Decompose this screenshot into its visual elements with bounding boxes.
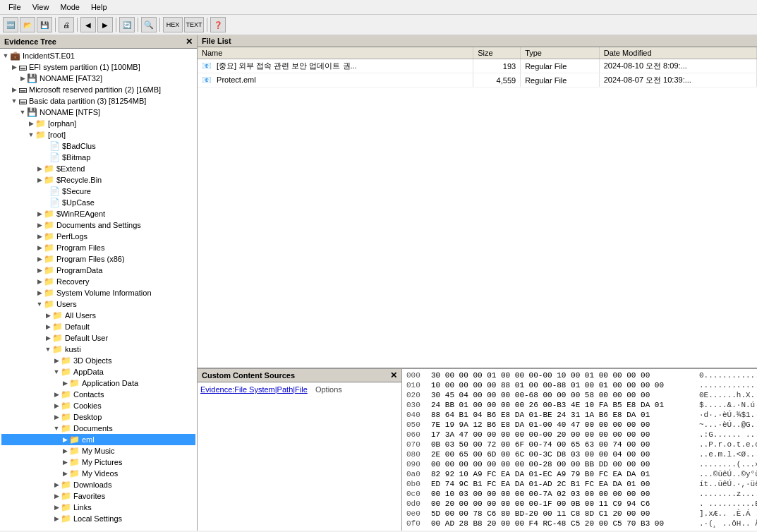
toggle-contacts[interactable]: ▶ xyxy=(52,391,61,398)
menu-help[interactable]: Help xyxy=(85,1,113,13)
tree-node-extend[interactable]: ▶ 📁 $Extend xyxy=(1,163,195,174)
toggle-ms-reserved[interactable]: ▶ xyxy=(10,86,18,93)
evidence-tree-close[interactable]: ✕ xyxy=(186,37,193,47)
toolbar-forward-btn[interactable]: ▶ xyxy=(97,17,113,32)
tree-node-links[interactable]: ▶ 📁 Links xyxy=(1,502,195,513)
toggle-appdata[interactable]: ▼ xyxy=(52,368,61,375)
toggle-efi[interactable]: ▶ xyxy=(10,64,18,71)
toggle-noname-fat[interactable]: ▶ xyxy=(18,75,27,82)
tree-node-noname-ntfs[interactable]: ▼ 💾 NONAME [NTFS] xyxy=(1,107,195,118)
tree-node-desktop[interactable]: ▶ 📁 Desktop xyxy=(1,411,195,423)
tree-node-secure[interactable]: ▶ 📄 $Secure xyxy=(1,186,195,197)
tree-node-documents[interactable]: ▼ 📁 Documents xyxy=(1,423,195,434)
toggle-default[interactable]: ▶ xyxy=(44,323,52,330)
menu-view[interactable]: View xyxy=(27,1,55,13)
custom-sources-link[interactable]: Evidence:File System|Path|File xyxy=(200,385,308,394)
tree-node-svi[interactable]: ▶ 📁 System Volume Information xyxy=(1,287,195,298)
toggle-winreagent[interactable]: ▶ xyxy=(35,210,44,217)
tree-node-users[interactable]: ▼ 📁 Users xyxy=(1,298,195,310)
toolbar-new-btn[interactable]: 🆕 xyxy=(3,17,18,32)
col-date[interactable]: Date Modified xyxy=(599,47,756,59)
tree-node-program-files[interactable]: ▶ 📁 Program Files xyxy=(1,242,195,253)
toolbar-text-btn[interactable]: TEXT xyxy=(184,17,204,32)
tree-node-cookies[interactable]: ▶ 📁 Cookies xyxy=(1,400,195,411)
tree-node-orphan[interactable]: ▶ 📁 [orphan] xyxy=(1,118,195,129)
col-size[interactable]: Size xyxy=(473,47,521,59)
toolbar-back-btn[interactable]: ◀ xyxy=(80,17,96,32)
tree-node-default-user[interactable]: ▶ 📁 Default User xyxy=(1,332,195,344)
tree-node-winreagent[interactable]: ▶ 📁 $WinREAgent xyxy=(1,208,195,219)
toggle-recycle[interactable]: ▶ xyxy=(35,176,44,183)
toggle-desktop[interactable]: ▶ xyxy=(52,413,61,421)
toggle-cookies[interactable]: ▶ xyxy=(52,402,61,409)
tree-node-basic-data[interactable]: ▼ 🖴 Basic data partition (3) [81254MB] xyxy=(1,95,195,107)
custom-sources-close[interactable]: ✕ xyxy=(390,370,397,380)
toggle-downloads[interactable]: ▶ xyxy=(52,481,61,488)
tree-node-ms-reserved[interactable]: ▶ 🖴 Microsoft reserved partition (2) [16… xyxy=(1,84,195,95)
tree-node-noname-fat[interactable]: ▶ 💾 NONAME [FAT32] xyxy=(1,73,195,84)
tree-node-favorites[interactable]: ▶ 📁 Favorites xyxy=(1,490,195,502)
tree-node-upcase[interactable]: ▶ 📄 $UpCase xyxy=(1,197,195,208)
toggle-eml[interactable]: ▶ xyxy=(61,436,69,443)
toggle-svi[interactable]: ▶ xyxy=(35,289,44,296)
toggle-my-pictures[interactable]: ▶ xyxy=(61,459,69,466)
tree-node-kusti[interactable]: ▼ 📁 kusti xyxy=(1,344,195,355)
toggle-recovery[interactable]: ▶ xyxy=(35,278,44,285)
toggle-noname-ntfs[interactable]: ▼ xyxy=(18,109,27,116)
tree-node-local-settings[interactable]: ▶ 📁 Local Settings xyxy=(1,513,195,524)
toggle-3d-objects[interactable]: ▶ xyxy=(52,357,61,364)
tree-node-recycle[interactable]: ▶ 📁 $Recycle.Bin xyxy=(1,174,195,186)
toggle-default-user[interactable]: ▶ xyxy=(44,334,52,341)
toolbar-print-btn[interactable]: 🖨 xyxy=(59,17,74,32)
tree-node-program-files-x86[interactable]: ▶ 📁 Program Files (x86) xyxy=(1,253,195,265)
menu-file[interactable]: File xyxy=(3,1,27,13)
toggle-extend[interactable]: ▶ xyxy=(35,165,44,172)
custom-sources-options[interactable]: Options xyxy=(315,385,342,394)
toggle-program-files-x86[interactable]: ▶ xyxy=(35,255,44,262)
toggle-my-music[interactable]: ▶ xyxy=(61,447,69,454)
tree-node-my-music[interactable]: ▶ 📁 My Music xyxy=(1,445,195,457)
tree-node-contacts[interactable]: ▶ 📁 Contacts xyxy=(1,389,195,400)
toggle-application-data[interactable]: ▶ xyxy=(61,380,69,387)
toolbar-open-btn[interactable]: 📂 xyxy=(20,17,35,32)
tree-node-downloads[interactable]: ▶ 📁 Downloads xyxy=(1,479,195,490)
toggle-docs-settings[interactable]: ▶ xyxy=(35,222,44,229)
toggle-perflogs[interactable]: ▶ xyxy=(35,233,44,240)
tree-node-recovery[interactable]: ▶ 📁 Recovery xyxy=(1,276,195,287)
toolbar-save-btn[interactable]: 💾 xyxy=(37,17,52,32)
tree-node-my-videos[interactable]: ▶ 📁 My Videos xyxy=(1,468,195,479)
tree-node-all-users[interactable]: ▶ 📁 All Users xyxy=(1,310,195,321)
tree-node-perflogs[interactable]: ▶ 📁 PerfLogs xyxy=(1,231,195,242)
toggle-users[interactable]: ▼ xyxy=(35,301,44,308)
tree-node-badclus[interactable]: ▶ 📄 $BadClus xyxy=(1,140,195,152)
toggle-kusti[interactable]: ▼ xyxy=(44,346,52,353)
toggle-favorites[interactable]: ▶ xyxy=(52,492,61,500)
tree-node-programdata[interactable]: ▶ 📁 ProgramData xyxy=(1,265,195,276)
tree-node-eml[interactable]: ▶ 📁 eml xyxy=(1,434,195,445)
file-row-0[interactable]: 📧 [중요] 외부 접속 관련 보안 업데이트 권... 193 Regular… xyxy=(198,59,757,73)
tree-node-docs-settings[interactable]: ▶ 📁 Documents and Settings xyxy=(1,219,195,231)
col-name[interactable]: Name xyxy=(198,47,473,59)
tree-node-appdata[interactable]: ▼ 📁 AppData xyxy=(1,366,195,377)
toggle-root[interactable]: ▼ xyxy=(27,131,35,138)
toggle-local-settings[interactable]: ▶ xyxy=(52,515,61,522)
tree-node-3d-objects[interactable]: ▶ 📁 3D Objects xyxy=(1,355,195,366)
toolbar-search-btn[interactable]: 🔍 xyxy=(141,17,157,32)
tree-node-incidentst[interactable]: ▼ 💼 IncidentST.E01 xyxy=(1,50,195,61)
toggle-incidentst[interactable]: ▼ xyxy=(1,52,10,59)
toggle-all-users[interactable]: ▶ xyxy=(44,312,52,319)
col-type[interactable]: Type xyxy=(521,47,600,59)
tree-node-bitmap[interactable]: ▶ 📄 $Bitmap xyxy=(1,152,195,163)
toggle-programdata[interactable]: ▶ xyxy=(35,267,44,274)
tree-container[interactable]: ▼ 💼 IncidentST.E01 ▶ 🖴 EFI system partit… xyxy=(0,49,197,531)
tree-node-default[interactable]: ▶ 📁 Default xyxy=(1,321,195,332)
toolbar-help-btn[interactable]: ❓ xyxy=(210,17,226,32)
toggle-orphan[interactable]: ▶ xyxy=(27,120,35,127)
toolbar-hex-btn[interactable]: HEX xyxy=(163,17,183,32)
toolbar-refresh-btn[interactable]: 🔄 xyxy=(119,17,135,32)
tree-node-efi[interactable]: ▶ 🖴 EFI system partition (1) [100MB] xyxy=(1,61,195,73)
hex-content[interactable]: 000 010 020 030 040 050 060 070 080 090 … xyxy=(402,369,757,531)
tree-node-root-folder[interactable]: ▼ 📁 [root] xyxy=(1,129,195,140)
menu-mode[interactable]: Mode xyxy=(54,1,85,13)
tree-node-my-pictures[interactable]: ▶ 📁 My Pictures xyxy=(1,457,195,468)
